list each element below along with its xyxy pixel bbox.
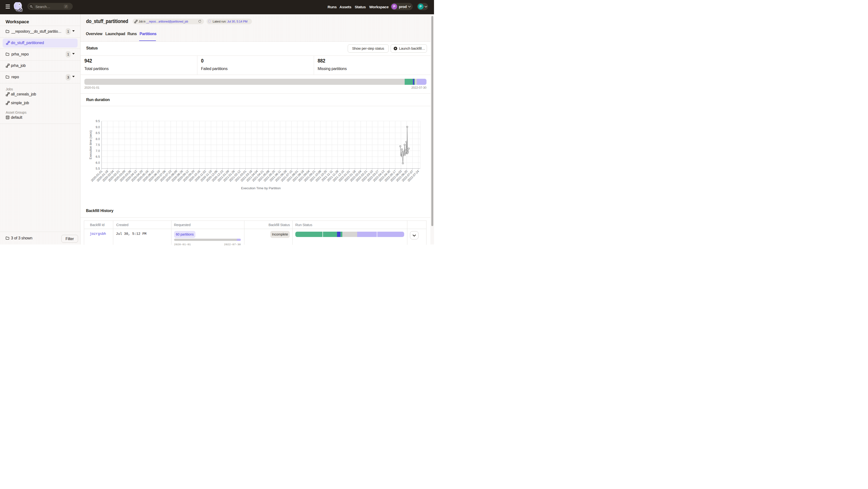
svg-text:9.0: 9.0: [96, 125, 100, 129]
svg-text:8.5: 8.5: [96, 131, 100, 135]
svg-text:6.5: 6.5: [96, 155, 100, 159]
svg-text:Execution time (secs): Execution time (secs): [89, 130, 92, 159]
svg-text:8.0: 8.0: [96, 137, 100, 140]
svg-text:7.0: 7.0: [96, 149, 100, 153]
svg-text:Execution Time by Partition: Execution Time by Partition: [241, 186, 281, 190]
svg-text:9.5: 9.5: [96, 120, 100, 123]
svg-text:7.5: 7.5: [96, 143, 100, 146]
svg-text:6.0: 6.0: [96, 161, 100, 164]
svg-text:5.5: 5.5: [96, 167, 100, 170]
